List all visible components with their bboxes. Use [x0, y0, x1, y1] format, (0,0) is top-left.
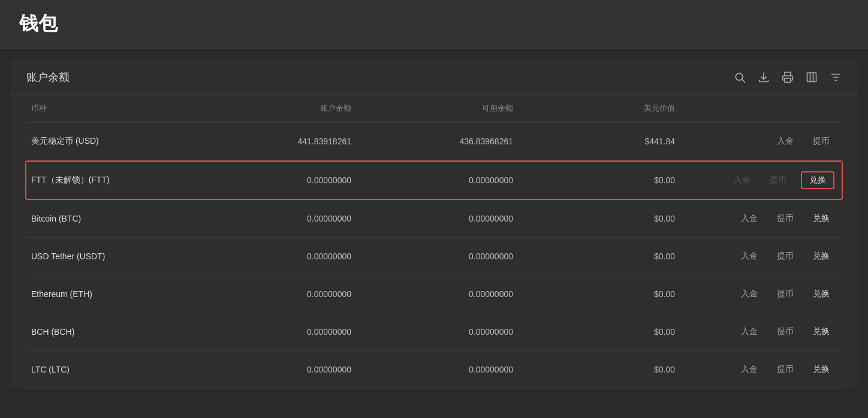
- deposit-button-eth[interactable]: 入金: [736, 286, 762, 302]
- toolbar-icons: [734, 71, 842, 83]
- usdvalue-bch: $0.00: [518, 327, 680, 337]
- exchange-button-eth[interactable]: 兑换: [808, 286, 834, 302]
- table-row-ftt: FTT（未解锁）(FTT) 0.00000000 0.00000000 $0.0…: [25, 160, 843, 200]
- usdvalue-ltc: $0.00: [518, 365, 680, 374]
- available-eth: 0.00000000: [356, 289, 518, 299]
- header-balance: 账户余额: [194, 103, 356, 114]
- deposit-button-bch[interactable]: 入金: [736, 324, 762, 340]
- available-btc: 0.00000000: [356, 214, 518, 223]
- page-header: 钱包: [0, 0, 868, 49]
- actions-ftt: 入金 提币 兑换: [680, 171, 842, 189]
- currency-usdt: USD Tether (USDT): [26, 252, 194, 261]
- header-actions: [680, 103, 842, 114]
- print-icon[interactable]: [782, 71, 794, 83]
- balance-btc: 0.00000000: [194, 214, 356, 223]
- withdraw-button-bch[interactable]: 提币: [772, 324, 798, 340]
- withdraw-button-usdt[interactable]: 提币: [772, 249, 798, 264]
- withdraw-button-ftt: 提币: [765, 172, 791, 188]
- available-ltc: 0.00000000: [356, 365, 518, 374]
- exchange-button-ftt[interactable]: 兑换: [801, 171, 834, 189]
- deposit-button-btc[interactable]: 入金: [736, 211, 762, 226]
- exchange-button-usdt[interactable]: 兑换: [808, 249, 834, 264]
- balance-bch: 0.00000000: [194, 327, 356, 337]
- main-content: 账户余额: [10, 58, 858, 389]
- currency-usd-stable: 美元稳定币 (USD): [26, 136, 194, 147]
- withdraw-button-ltc[interactable]: 提币: [772, 362, 798, 377]
- svg-line-1: [742, 80, 745, 83]
- actions-usdt: 入金 提币 兑换: [680, 249, 842, 264]
- download-icon[interactable]: [758, 71, 770, 83]
- table-row-bch: BCH (BCH) 0.00000000 0.00000000 $0.00 入金…: [26, 313, 842, 351]
- header-available: 可用余额: [356, 103, 518, 114]
- usdvalue-usdt: $0.00: [518, 252, 680, 261]
- currency-ftt: FTT（未解锁）(FTT): [26, 175, 194, 186]
- deposit-button-usdt[interactable]: 入金: [736, 249, 762, 264]
- deposit-button-ltc[interactable]: 入金: [736, 362, 762, 377]
- usdvalue-ftt: $0.00: [518, 175, 680, 185]
- deposit-button-ftt: 入金: [729, 172, 755, 188]
- table-row-eth: Ethereum (ETH) 0.00000000 0.00000000 $0.…: [26, 275, 842, 313]
- filter-icon[interactable]: [830, 71, 842, 83]
- balance-ltc: 0.00000000: [194, 365, 356, 374]
- header-currency: 币种: [26, 103, 194, 114]
- usdvalue-btc: $0.00: [518, 214, 680, 223]
- currency-btc: Bitcoin (BTC): [26, 214, 194, 223]
- actions-eth: 入金 提币 兑换: [680, 286, 842, 302]
- withdraw-button-usd-stable[interactable]: 提币: [808, 134, 834, 149]
- actions-usd-stable: 入金 提币: [680, 134, 842, 149]
- balance-table: 币种 账户余额 可用余额 美元价值 美元稳定币 (USD) 441.839182…: [10, 95, 858, 389]
- page-title: 钱包: [19, 11, 849, 37]
- exchange-button-ltc[interactable]: 兑换: [808, 362, 834, 377]
- available-ftt: 0.00000000: [356, 175, 518, 185]
- usdvalue-usd-stable: $441.84: [518, 137, 680, 146]
- withdraw-button-eth[interactable]: 提币: [772, 286, 798, 302]
- svg-rect-2: [785, 78, 791, 83]
- exchange-button-bch[interactable]: 兑换: [808, 324, 834, 340]
- actions-btc: 入金 提币 兑换: [680, 211, 842, 226]
- deposit-button-usd-stable[interactable]: 入金: [772, 134, 798, 149]
- table-row-ltc: LTC (LTC) 0.00000000 0.00000000 $0.00 入金…: [26, 351, 842, 389]
- available-bch: 0.00000000: [356, 327, 518, 337]
- columns-icon[interactable]: [806, 71, 818, 83]
- table-row-usdt: USD Tether (USDT) 0.00000000 0.00000000 …: [26, 238, 842, 275]
- available-usd-stable: 436.83968261: [356, 137, 518, 146]
- usdvalue-eth: $0.00: [518, 289, 680, 299]
- withdraw-button-btc[interactable]: 提币: [772, 211, 798, 226]
- balance-eth: 0.00000000: [194, 289, 356, 299]
- table-row-btc: Bitcoin (BTC) 0.00000000 0.00000000 $0.0…: [26, 200, 842, 238]
- section-title: 账户余额: [26, 70, 70, 84]
- search-icon[interactable]: [734, 71, 746, 83]
- page-wrapper: 钱包 账户余额: [0, 0, 868, 389]
- table-header: 币种 账户余额 可用余额 美元价值: [26, 95, 842, 123]
- actions-ltc: 入金 提币 兑换: [680, 362, 842, 377]
- balance-usd-stable: 441.83918261: [194, 137, 356, 146]
- table-row: 美元稳定币 (USD) 441.83918261 436.83968261 $4…: [26, 123, 842, 160]
- currency-ltc: LTC (LTC): [26, 365, 194, 374]
- exchange-button-btc[interactable]: 兑换: [808, 211, 834, 226]
- currency-bch: BCH (BCH): [26, 327, 194, 337]
- svg-rect-3: [807, 73, 816, 82]
- balance-ftt: 0.00000000: [194, 175, 356, 185]
- actions-bch: 入金 提币 兑换: [680, 324, 842, 340]
- currency-eth: Ethereum (ETH): [26, 289, 194, 299]
- section-header: 账户余额: [10, 58, 858, 95]
- balance-usdt: 0.00000000: [194, 252, 356, 261]
- available-usdt: 0.00000000: [356, 252, 518, 261]
- header-usd-value: 美元价值: [518, 103, 680, 114]
